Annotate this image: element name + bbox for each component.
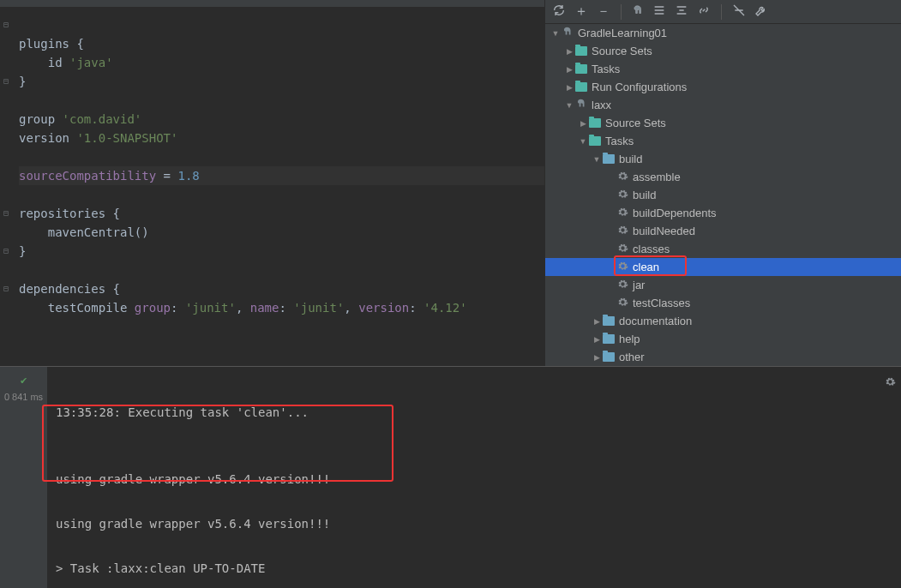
- console-panel: ✔ 0 841 ms 13:35:28: Executing task 'cle…: [0, 366, 901, 588]
- console-gutter: ✔ 0 841 ms: [0, 367, 47, 588]
- tree-source-sets[interactable]: ▶Source Sets: [545, 42, 901, 60]
- tree-task-clean[interactable]: clean: [545, 258, 901, 276]
- gradle-tool-window: ＋ － ▼GradleLearning01▶Source Sets▶Tasks▶…: [544, 0, 901, 366]
- tree-task-build[interactable]: build: [545, 186, 901, 204]
- tree-task-classes[interactable]: classes: [545, 240, 901, 258]
- success-icon: ✔: [20, 375, 27, 387]
- tree-laxx[interactable]: ▼laxx: [545, 96, 901, 114]
- tree-label: help: [619, 333, 640, 345]
- duration-badge: 0 841 ms: [4, 392, 43, 402]
- tree-group-help[interactable]: ▶help: [545, 330, 901, 348]
- tree-task-assemble[interactable]: assemble: [545, 168, 901, 186]
- console-settings-icon[interactable]: [885, 372, 896, 394]
- tree-build-group[interactable]: ▼build: [545, 150, 901, 168]
- tree-label: GradleLearning01: [578, 27, 667, 39]
- code-editor[interactable]: ⊟ ⊟ ⊟ ⊟⊟ plugins { id 'java' } group 'co…: [0, 7, 544, 366]
- editor-panel: ⊟ ⊟ ⊟ ⊟⊟ plugins { id 'java' } group 'co…: [0, 0, 544, 366]
- tree-label: clean: [633, 261, 659, 273]
- tree-label: buildNeeded: [633, 225, 695, 237]
- tree-task-buildDependents[interactable]: buildDependents: [545, 204, 901, 222]
- tree-label: testClasses: [633, 297, 690, 309]
- console-line: using gradle wrapper v5.6.4 version!!!: [56, 468, 898, 490]
- wrench-icon[interactable]: [754, 3, 768, 21]
- tree-label: other: [619, 351, 645, 363]
- tree-label: laxx: [592, 99, 611, 111]
- tree-label: assemble: [633, 171, 681, 183]
- tree-task-jar[interactable]: jar: [545, 276, 901, 294]
- tree-task-buildNeeded[interactable]: buildNeeded: [545, 222, 901, 240]
- tree-label: classes: [633, 243, 670, 255]
- tree-task-testClasses[interactable]: testClasses: [545, 294, 901, 312]
- tree-label: buildDependents: [633, 207, 717, 219]
- elephant-icon[interactable]: [632, 4, 644, 20]
- expand-icon[interactable]: [652, 3, 666, 21]
- tree-label: Run Configurations: [592, 81, 687, 93]
- tree-laxx-source-sets[interactable]: ▶Source Sets: [545, 114, 901, 132]
- remove-icon[interactable]: －: [597, 3, 610, 21]
- gradle-tree[interactable]: ▼GradleLearning01▶Source Sets▶Tasks▶Run …: [545, 24, 901, 366]
- tree-label: Tasks: [605, 135, 634, 147]
- tree-label: jar: [633, 279, 645, 291]
- tree-laxx-tasks[interactable]: ▼Tasks: [545, 132, 901, 150]
- tree-group-documentation[interactable]: ▶documentation: [545, 312, 901, 330]
- console-line: using gradle wrapper v5.6.4 version!!!: [56, 513, 898, 535]
- tree-label: documentation: [619, 315, 692, 327]
- editor-tabs: [0, 0, 544, 7]
- tree-label: Source Sets: [605, 117, 666, 129]
- console-line: 13:35:28: Executing task 'clean'...: [56, 401, 898, 423]
- tree-tasks[interactable]: ▶Tasks: [545, 60, 901, 78]
- tree-group-other[interactable]: ▶other: [545, 348, 901, 366]
- tree-label: Source Sets: [592, 45, 652, 57]
- tree-root[interactable]: ▼GradleLearning01: [545, 24, 901, 42]
- console-output[interactable]: 13:35:28: Executing task 'clean'... usin…: [47, 367, 901, 588]
- tree-label: Tasks: [592, 63, 620, 75]
- tree-label: build: [633, 189, 656, 201]
- fold-gutter: ⊟ ⊟ ⊟ ⊟⊟: [0, 15, 12, 298]
- console-line: > Task :laxx:clean UP-TO-DATE: [56, 557, 898, 579]
- offline-icon[interactable]: [732, 3, 746, 21]
- collapse-icon[interactable]: [675, 3, 688, 21]
- tree-label: build: [619, 153, 642, 165]
- link-icon[interactable]: [697, 3, 711, 21]
- add-icon[interactable]: ＋: [574, 3, 588, 21]
- code-content: plugins { id 'java' } group 'com.david' …: [19, 15, 544, 336]
- gradle-toolbar: ＋ －: [545, 0, 901, 24]
- tree-run-config[interactable]: ▶Run Configurations: [545, 78, 901, 96]
- refresh-icon[interactable]: [552, 3, 566, 21]
